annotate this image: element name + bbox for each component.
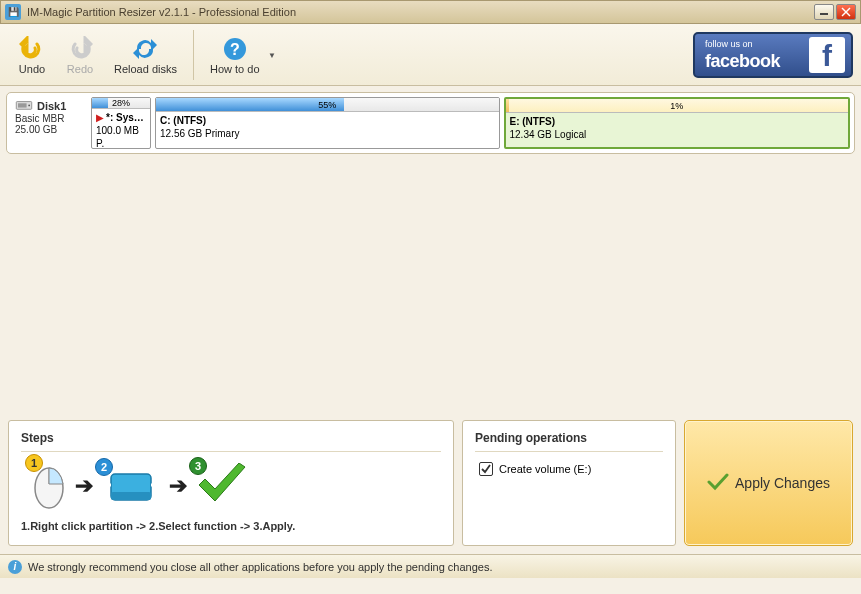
close-button[interactable]: [836, 4, 856, 20]
partition-percent: 1%: [670, 101, 683, 111]
apply-changes-button[interactable]: Apply Changes: [684, 420, 853, 546]
pending-item[interactable]: Create volume (E:): [475, 462, 663, 476]
reload-label: Reload disks: [114, 63, 177, 75]
toolbar-separator: [193, 30, 194, 80]
partition-system[interactable]: 28% ▶*: Sys…100.0 MB P.: [91, 97, 151, 149]
reload-icon: [131, 35, 159, 63]
partition-c[interactable]: 55% C: (NTFS)12.56 GB Primary: [155, 97, 500, 149]
svg-rect-6: [18, 103, 27, 107]
help-icon: ?: [221, 35, 249, 63]
steps-header: Steps: [21, 431, 441, 452]
redo-button[interactable]: Redo: [56, 31, 104, 79]
partition-sub: 12.56 GB Primary: [160, 128, 239, 139]
checkmark-icon: [479, 462, 493, 476]
step3-check-icon: 3: [195, 463, 249, 509]
statusbar: i We strongly recommend you close all ot…: [0, 554, 861, 578]
facebook-big-text: facebook: [705, 51, 780, 72]
titlebar: 💾 IM-Magic Partition Resizer v2.1.1 - Pr…: [0, 0, 861, 24]
disk-icon: [15, 99, 33, 113]
facebook-badge[interactable]: follow us on facebook f: [693, 32, 853, 78]
step1-mouse-icon: 1: [31, 460, 67, 512]
pending-panel: Pending operations Create volume (E:): [462, 420, 676, 546]
partition-e-selected[interactable]: 1% E: (NTFS)12.34 GB Logical: [504, 97, 851, 149]
partition-percent: 28%: [112, 98, 130, 108]
toolbar: Undo Redo Reload disks ? How to do ▼ fol…: [0, 24, 861, 86]
disk-panel: Disk1 Basic MBR 25.00 GB 28% ▶*: Sys…100…: [6, 92, 855, 154]
disk-size: 25.00 GB: [15, 124, 57, 135]
facebook-icon: f: [809, 37, 845, 73]
pending-item-label: Create volume (E:): [499, 463, 591, 475]
svg-text:?: ?: [230, 41, 240, 58]
howto-button[interactable]: ? How to do: [200, 31, 270, 79]
partition-sub: 100.0 MB P.: [96, 125, 139, 149]
undo-button[interactable]: Undo: [8, 31, 56, 79]
pending-header: Pending operations: [475, 431, 663, 452]
info-icon: i: [8, 560, 22, 574]
partition-sub: 12.34 GB Logical: [510, 129, 587, 140]
arrow-icon: ➔: [75, 473, 93, 499]
step2-resize-icon: 2: [101, 464, 161, 508]
howto-label: How to do: [210, 63, 260, 75]
partition-label: C: (NTFS): [160, 115, 206, 126]
partition-percent: 55%: [318, 100, 336, 110]
flag-icon: ▶: [96, 112, 104, 123]
steps-description: 1.Right click partition -> 2.Select func…: [21, 520, 441, 532]
app-icon: 💾: [5, 4, 21, 20]
undo-icon: [18, 35, 46, 63]
check-icon: [707, 473, 729, 494]
steps-panel: Steps 1 ➔ 2 ➔ 3 1.Right click partition …: [8, 420, 454, 546]
svg-point-7: [28, 105, 30, 107]
redo-icon: [66, 35, 94, 63]
window-title: IM-Magic Partition Resizer v2.1.1 - Prof…: [27, 6, 296, 18]
partition-label: *: Sys…: [106, 112, 144, 123]
minimize-button[interactable]: [814, 4, 834, 20]
status-text: We strongly recommend you close all othe…: [28, 561, 493, 573]
reload-button[interactable]: Reload disks: [104, 31, 187, 79]
disk-info[interactable]: Disk1 Basic MBR 25.00 GB: [11, 97, 87, 149]
arrow-icon: ➔: [169, 473, 187, 499]
svg-rect-11: [111, 492, 151, 500]
howto-dropdown-arrow[interactable]: ▼: [268, 50, 276, 59]
facebook-small-text: follow us on: [705, 39, 753, 49]
redo-label: Redo: [67, 63, 93, 75]
apply-label: Apply Changes: [735, 475, 830, 491]
disk-type: Basic MBR: [15, 113, 64, 124]
partition-label: E: (NTFS): [510, 116, 556, 127]
undo-label: Undo: [19, 63, 45, 75]
disk-name: Disk1: [37, 100, 66, 112]
